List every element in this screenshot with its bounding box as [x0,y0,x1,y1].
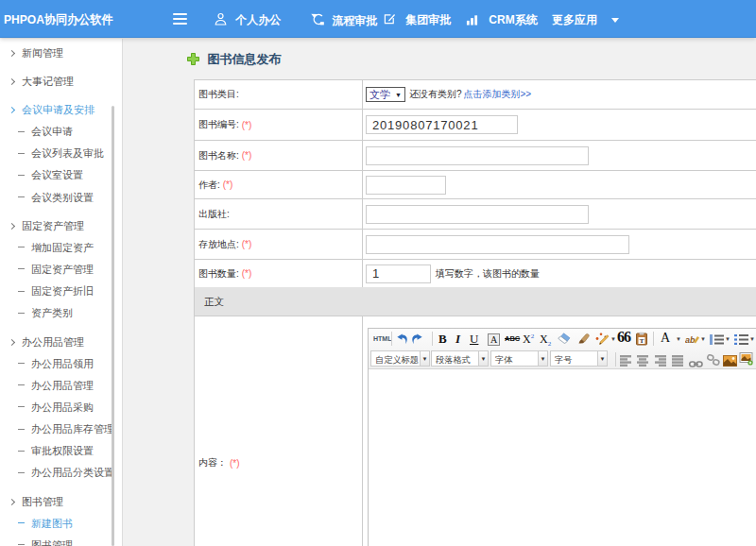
svg-text:T: T [640,337,644,345]
svg-text:ab: ab [685,335,696,345]
